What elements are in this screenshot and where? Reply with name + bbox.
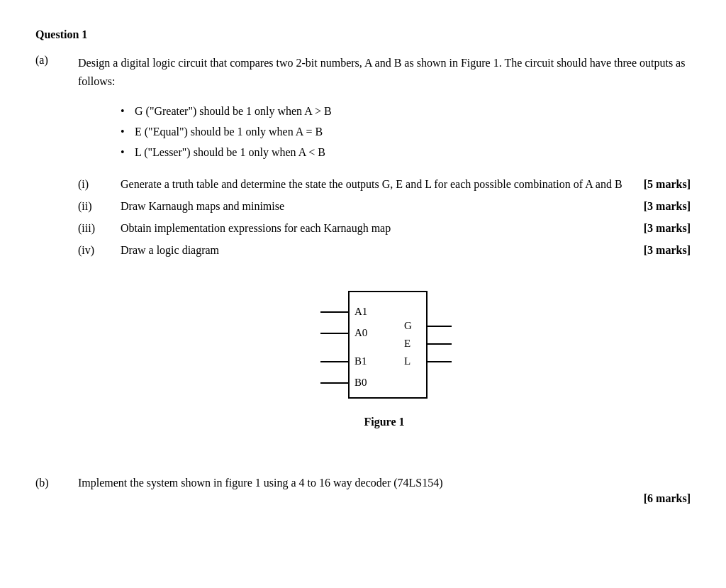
svg-text:B1: B1: [354, 355, 367, 367]
subpart-iv-label: (iv): [78, 240, 121, 260]
svg-text:E: E: [404, 338, 411, 349]
bullet-item-g: G ("Greater") should be 1 only when A > …: [121, 101, 691, 122]
subpart-iii-label: (iii): [78, 218, 121, 238]
subpart-i: (i) Generate a truth table and determine…: [78, 174, 691, 194]
part-b-marks: [6 marks]: [78, 492, 691, 505]
figure-caption: Figure 1: [364, 416, 404, 428]
part-b-text: Implement the system shown in figure 1 u…: [78, 477, 691, 489]
svg-text:G: G: [404, 320, 412, 331]
part-b: (b) Implement the system shown in figure…: [35, 477, 691, 505]
subpart-ii-marks: [3 marks]: [644, 196, 691, 216]
question-title: Question 1: [35, 28, 87, 40]
figure-caption-text: Figure 1: [364, 416, 404, 428]
subpart-iii-marks: [3 marks]: [644, 218, 691, 238]
part-a-label: (a): [35, 54, 78, 443]
part-b-content: Implement the system shown in figure 1 u…: [78, 477, 691, 505]
svg-text:A1: A1: [354, 306, 367, 317]
part-a-content: Design a digital logic circuit that comp…: [78, 54, 691, 443]
part-b-marks-text: [6 marks]: [644, 492, 691, 505]
svg-text:A0: A0: [354, 327, 367, 338]
logic-diagram-svg: A1 A0 B1 B0 G E L: [299, 281, 469, 416]
bullet-list: G ("Greater") should be 1 only when A > …: [121, 101, 691, 162]
subpart-i-text: Generate a truth table and determine the…: [121, 174, 630, 194]
bullet-item-e: E ("Equal") should be 1 only when A = B: [121, 122, 691, 143]
subpart-iv-text: Draw a logic diagram: [121, 240, 630, 260]
svg-text:L: L: [404, 355, 411, 367]
subpart-i-label: (i): [78, 174, 121, 194]
svg-text:B0: B0: [354, 377, 367, 388]
subparts: (i) Generate a truth table and determine…: [78, 174, 691, 260]
figure-container: A1 A0 B1 B0 G E L: [78, 281, 691, 428]
question-header: Question 1: [35, 28, 691, 41]
subpart-ii-label: (ii): [78, 196, 121, 216]
part-b-label: (b): [35, 477, 78, 505]
subpart-iii: (iii) Obtain implementation expressions …: [78, 218, 691, 238]
subpart-iv-marks: [3 marks]: [644, 240, 691, 260]
bullet-item-l: L ("Lesser") should be 1 only when A < B: [121, 143, 691, 163]
subpart-iii-text: Obtain implementation expressions for ea…: [121, 218, 630, 238]
question-body: (a) Design a digital logic circuit that …: [35, 54, 691, 525]
subpart-iv: (iv) Draw a logic diagram [3 marks]: [78, 240, 691, 260]
part-a: (a) Design a digital logic circuit that …: [35, 54, 691, 443]
subpart-ii: (ii) Draw Karnaugh maps and minimise [3 …: [78, 196, 691, 216]
subpart-ii-text: Draw Karnaugh maps and minimise: [121, 196, 630, 216]
subpart-i-marks: [5 marks]: [644, 174, 691, 194]
part-a-intro: Design a digital logic circuit that comp…: [78, 54, 691, 90]
